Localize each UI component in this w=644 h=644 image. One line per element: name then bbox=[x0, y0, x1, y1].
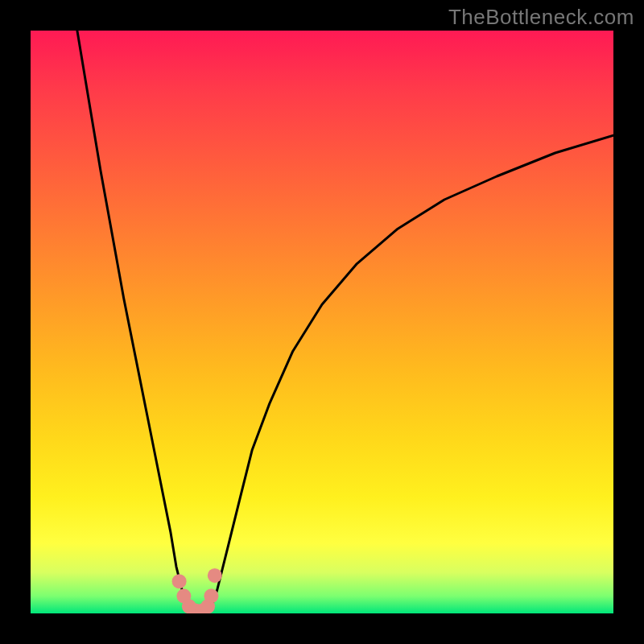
valley-marker-dot bbox=[204, 588, 218, 603]
watermark-text: TheBottleneck.com bbox=[448, 5, 634, 30]
curve-right bbox=[211, 135, 613, 608]
curve-layer bbox=[31, 31, 613, 613]
chart-frame: TheBottleneck.com bbox=[0, 0, 644, 644]
plot-area bbox=[31, 31, 613, 613]
curve-left bbox=[77, 31, 188, 608]
valley-marker-dot bbox=[172, 574, 187, 588]
valley-marker-dot bbox=[208, 568, 222, 583]
